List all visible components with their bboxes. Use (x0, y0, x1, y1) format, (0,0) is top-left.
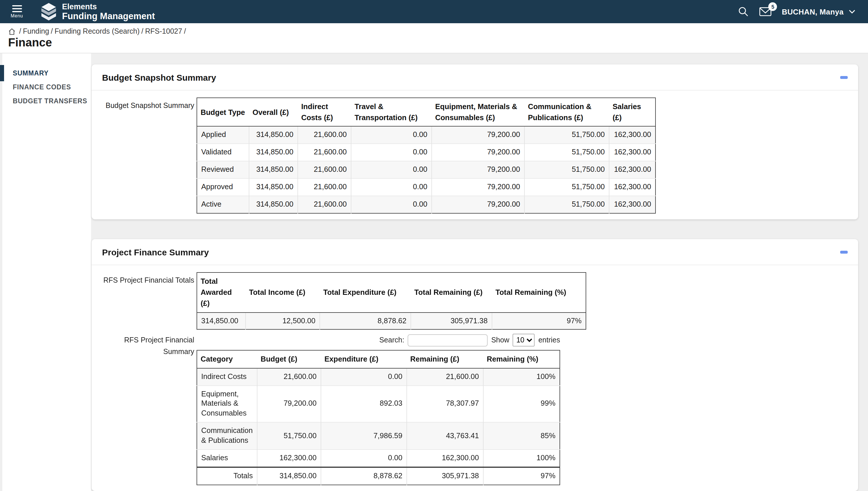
cell: Salaries (197, 450, 257, 467)
sidebar-item-budget-transfers[interactable]: BUDGET TRANSFERS (2, 94, 91, 108)
cell: 0.00 (351, 161, 432, 178)
cell: 51,750.00 (524, 144, 609, 161)
breadcrumb: /Funding/Funding Records (Search)/RFS-10… (8, 27, 868, 35)
cell: 162,300.00 (257, 450, 321, 467)
collapse-button[interactable] (840, 251, 848, 253)
hamburger-icon (12, 5, 22, 12)
sidebar-item-summary[interactable]: SUMMARY (2, 66, 91, 80)
cell: 0.00 (351, 196, 432, 213)
column-header: Travel & Transportation (£) (351, 98, 432, 126)
cell: Communication & Publications (197, 422, 257, 450)
cell: 51,750.00 (257, 422, 321, 450)
cell: 162,300.00 (609, 161, 655, 178)
cell: Totals (197, 467, 257, 485)
card-title: Budget Snapshot Summary (102, 72, 216, 82)
field-label: RFS Project Financial Summary (101, 332, 194, 491)
column-header: Total Remaining (£) (411, 272, 492, 312)
sidebar: SUMMARYFINANCE CODESBUDGET TRANSFERS (2, 53, 91, 491)
column-header: Equipment, Materials & Consumables (£) (432, 98, 524, 126)
breadcrumb-separator: / (142, 27, 144, 35)
page-size-select[interactable]: 10 (513, 334, 535, 347)
cell: 0.00 (351, 144, 432, 161)
column-header: Remaining (£) (407, 351, 483, 368)
table-row: 314,850.0012,500.008,878.62305,971.3897% (197, 312, 586, 330)
user-name: BUCHAN, Manya (782, 7, 844, 16)
search-icon (738, 6, 749, 18)
field-label: Budget Snapshot Summary (101, 97, 194, 213)
collapse-button[interactable] (840, 76, 848, 79)
header-row: CategoryBudget (£)Expenditure (£)Remaini… (197, 351, 560, 368)
table-row: Communication & Publications51,750.007,9… (197, 422, 560, 450)
search-button[interactable] (738, 6, 749, 18)
topbar: Menu Elements Funding Management (0, 0, 868, 23)
cell: Approved (197, 178, 249, 196)
cell: 314,850.00 (249, 178, 298, 196)
breadcrumb-separator: / (184, 27, 186, 35)
breadcrumb-link[interactable]: Funding (23, 27, 49, 35)
brand: Elements Funding Management (40, 2, 155, 21)
table-row: Indirect Costs21,600.000.0021,600.00100% (197, 368, 560, 385)
column-header: Indirect Costs (£) (298, 98, 351, 126)
column-header: Communication & Publications (£) (524, 98, 609, 126)
cell: 8,878.62 (321, 467, 407, 485)
search-input[interactable] (408, 334, 488, 346)
sidebar-item-finance-codes[interactable]: FINANCE CODES (2, 80, 91, 94)
cell: 51,750.00 (524, 196, 609, 213)
cell: Validated (197, 144, 249, 161)
cell: 97% (483, 467, 560, 485)
column-header: Total Income (£) (246, 272, 320, 312)
column-header: Remaining (%) (483, 351, 560, 368)
menu-button[interactable]: Menu (0, 5, 34, 18)
cell: 314,850.00 (257, 467, 321, 485)
cell: 51,750.00 (524, 178, 609, 196)
cell: 51,750.00 (524, 126, 609, 144)
notification-badge: 5 (769, 2, 777, 11)
table-controls: Search: Show 10 entries (196, 334, 560, 347)
cell: Applied (197, 126, 249, 144)
cell: 162,300.00 (609, 144, 655, 161)
cell: 0.00 (321, 450, 407, 467)
column-header: Budget Type (197, 98, 249, 126)
card-title: Project Finance Summary (102, 247, 209, 257)
cell: 0.00 (321, 368, 407, 385)
topbar-actions: 5 BUCHAN, Manya (738, 6, 868, 18)
table-row: Approved314,850.0021,600.000.0079,200.00… (197, 178, 655, 196)
column-header: Salaries (£) (609, 98, 655, 126)
cell: 99% (483, 385, 560, 422)
column-header: Overall (£) (249, 98, 298, 126)
cell: 7,986.59 (321, 422, 407, 450)
cell: 79,200.00 (432, 126, 524, 144)
cell: 79,200.00 (432, 178, 524, 196)
cell: 305,971.38 (407, 467, 483, 485)
project-finance-card: Project Finance Summary RFS Project Fina… (92, 239, 858, 491)
home-icon[interactable] (8, 28, 16, 35)
cell: 21,600.00 (407, 368, 483, 385)
entries-label: entries (538, 336, 560, 344)
breadcrumb-band: /Funding/Funding Records (Search)/RFS-10… (0, 23, 868, 53)
cell: 314,850.00 (249, 126, 298, 144)
cell: 0.00 (351, 126, 432, 144)
table-row: Salaries162,300.000.00162,300.00100% (197, 450, 560, 467)
column-header: Total Remaining (%) (492, 272, 586, 312)
cell: 12,500.00 (246, 312, 320, 330)
budget-snapshot-table: Budget TypeOverall (£)Indirect Costs (£)… (196, 97, 656, 213)
cell: 21,600.00 (298, 144, 351, 161)
cell: 79,200.00 (432, 161, 524, 178)
column-header: Expenditure (£) (321, 351, 407, 368)
cell: 21,600.00 (298, 196, 351, 213)
header-row: Budget TypeOverall (£)Indirect Costs (£)… (197, 98, 655, 126)
breadcrumb-link[interactable]: RFS-10027 (145, 27, 182, 35)
cell: Equipment, Materials & Consumables (197, 385, 257, 422)
table-row: Validated314,850.0021,600.000.0079,200.0… (197, 144, 655, 161)
cell: 79,200.00 (257, 385, 321, 422)
cell: 21,600.00 (298, 126, 351, 144)
financial-totals-table: Total Awarded (£)Total Income (£)Total E… (196, 272, 586, 330)
cell: 79,200.00 (432, 144, 524, 161)
user-menu[interactable]: BUCHAN, Manya (782, 7, 855, 16)
cell: 314,850.00 (249, 196, 298, 213)
column-header: Total Awarded (£) (197, 272, 246, 312)
messages-button[interactable]: 5 (759, 6, 772, 17)
totals-row: Totals314,850.008,878.62305,971.3897% (197, 467, 560, 485)
column-header: Total Expenditure (£) (320, 272, 411, 312)
breadcrumb-link[interactable]: Funding Records (Search) (55, 27, 140, 35)
